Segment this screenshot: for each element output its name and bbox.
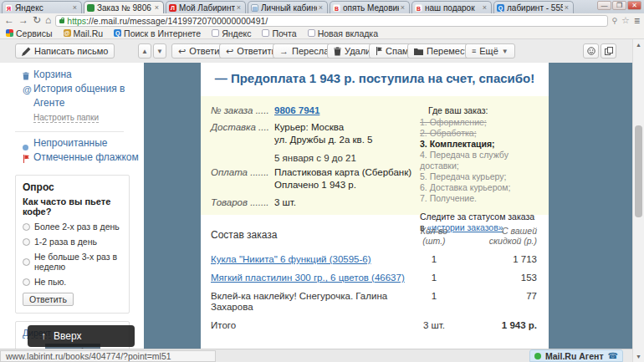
sidebar-item-trash[interactable]: Корзина: [0, 68, 139, 82]
reading-pane-button[interactable]: [601, 43, 616, 59]
delivery-time: 5 января с 9 до 21: [274, 153, 420, 163]
total-qty: 3 шт.: [405, 320, 463, 331]
sidebar-item-flagged[interactable]: Отмеченные флажком: [0, 150, 139, 165]
page-icon: [262, 29, 269, 37]
minimize-button[interactable]: —: [597, 1, 611, 10]
scroll-down-icon[interactable]: ▼: [633, 354, 644, 359]
tab-yandex[interactable]: Я Яндекс ×: [2, 1, 82, 13]
tab-order-active[interactable]: Заказ № 9806 7941 оп ×: [84, 1, 164, 13]
browser-menu-icon[interactable]: ≡: [634, 15, 640, 27]
bookmark-mailru[interactable]: @Mail.Ru: [64, 28, 104, 38]
tab-title: Яндекс: [15, 3, 71, 13]
close-button[interactable]: ✕: [627, 1, 641, 10]
back-icon[interactable]: ←: [4, 15, 14, 26]
poll-submit-button[interactable]: Ответить: [23, 293, 74, 306]
table-row: Мягкий пластилин 300 гр., 6 цветов (4663…: [211, 273, 537, 283]
scrollbar-thumb[interactable]: [635, 125, 642, 217]
tab-search[interactable]: Q лабиринт - 555 тыс. ×: [493, 1, 574, 13]
phone-icon[interactable]: ☎: [608, 351, 618, 360]
payment-value: Пластиковая карта (Сбербанк) Оплачено 1 …: [274, 166, 411, 191]
items-count-value: 3 шт.: [274, 196, 296, 209]
page-scrollbar[interactable]: ▲ ▼: [632, 39, 644, 362]
payment-label: Оплата .......: [211, 166, 274, 191]
more-button[interactable]: ≡ Ещё ▼: [465, 43, 515, 59]
delivery-value: Курьер: Москва ул. Дружбы д. 2а кв. 5: [274, 121, 372, 146]
sidebar-item-unread[interactable]: Непрочитанные: [0, 136, 139, 150]
tab-cabinet[interactable]: ▤ Личный кабинет | Хо ×: [248, 1, 328, 13]
radio-icon[interactable]: [23, 258, 30, 266]
status-step: 7. Получение.: [420, 193, 542, 204]
message-area: — Предоплата 1 943 р. поступила на счет,…: [144, 63, 632, 349]
compose-button[interactable]: Написать письмо: [15, 43, 115, 59]
order-number-label: № заказа .....: [211, 105, 274, 117]
bookmark-newtab[interactable]: Новая вкладка: [308, 28, 378, 38]
table-row: Кукла "Никита" 6 функций (30595-6) 1 1 7…: [211, 254, 537, 265]
status-step: 3. Комплектация;: [420, 139, 542, 150]
prev-message-button[interactable]: ▲: [138, 43, 151, 59]
tab-title: Заказ № 9806 7941 оп: [97, 3, 153, 13]
bookmarks-bar: Сервисы @Mail.Ru QПоиск в Интернете Янде…: [0, 28, 644, 39]
email-heading: — Предоплата 1 943 р. поступила на счет,…: [201, 71, 549, 85]
doc-favicon: ▤: [251, 4, 258, 12]
radio-icon[interactable]: [23, 278, 30, 286]
window-controls: — ❐ ✕: [597, 1, 641, 10]
mailru-agent-bar[interactable]: Mail.Ru Агент ☎: [529, 349, 623, 362]
radio-icon[interactable]: [23, 223, 30, 231]
agent-online-icon: [534, 353, 541, 359]
bookmark-pochta[interactable]: Почта: [262, 28, 296, 38]
scroll-up-icon[interactable]: ▲: [633, 42, 644, 48]
agent-avatar-button[interactable]: [583, 43, 599, 59]
poll-option[interactable]: Более 2-х раз в день: [23, 222, 122, 232]
tab-podarok[interactable]: B наш подарок ×: [411, 1, 492, 13]
key-icon[interactable]: ⚲: [612, 17, 618, 25]
forward-arrow-icon: →: [279, 47, 289, 56]
tab-title: Мой Лабиринт. Инте: [179, 3, 235, 13]
poll-option[interactable]: Не пью.: [23, 277, 122, 287]
poll-option[interactable]: Не больше 3-х раз в неделю: [23, 252, 122, 272]
agent-label: Mail.Ru Агент: [545, 351, 604, 361]
b-favicon: B: [415, 4, 422, 12]
setup-folders-link[interactable]: Настроить папки: [33, 113, 99, 123]
refresh-icon[interactable]: ↻: [33, 15, 41, 26]
maximize-button[interactable]: ❐: [612, 1, 626, 10]
red-flag-icon: [23, 153, 29, 167]
tab-title: Личный кабинет | Хо: [261, 3, 317, 13]
order-number-link[interactable]: 9806 7941: [274, 105, 319, 117]
status-step: 4. Передача в службу доставки;: [420, 150, 542, 171]
ssl-lock-icon: [59, 19, 64, 23]
reply-arrow-icon: ↩: [178, 47, 186, 56]
tab-close-icon[interactable]: ×: [235, 3, 243, 12]
tab-medovik[interactable]: B опять Медовик) ×: [330, 1, 410, 13]
tab-title: наш подарок: [425, 3, 481, 13]
apps-grid-icon: [6, 29, 13, 37]
next-message-button[interactable]: ▼: [153, 43, 166, 59]
address-bar[interactable]: https://e.mail.ru/message/14199720700000…: [55, 15, 607, 27]
tab-close-icon[interactable]: ×: [317, 3, 325, 12]
sidebar-item-agent-history[interactable]: @ История общения в Агенте: [0, 82, 139, 110]
reply-all-arrow-icon: ↩: [226, 47, 233, 56]
back-to-top-button[interactable]: ↑ Вверх: [28, 325, 135, 347]
status-step: 5. Передача курьеру;: [420, 171, 542, 182]
tab-close-icon[interactable]: ×: [71, 3, 79, 12]
panels-icon: [605, 47, 613, 55]
tab-labirint[interactable]: Л Мой Лабиринт. Инте ×: [166, 1, 246, 13]
tab-close-icon[interactable]: ×: [481, 3, 488, 12]
yandex-favicon: Я: [5, 4, 13, 12]
bookmark-yandex[interactable]: Яндекс: [212, 28, 251, 38]
tab-close-icon[interactable]: ×: [399, 3, 406, 12]
item-link[interactable]: Мягкий пластилин 300 гр., 6 цветов (4663…: [211, 273, 405, 283]
tab-close-icon[interactable]: ×: [153, 3, 161, 12]
face-icon: [587, 47, 595, 55]
tab-title: лабиринт - 555 тыс.: [507, 3, 563, 13]
delivery-label: Доставка ....: [211, 121, 274, 146]
bookmark-search[interactable]: QПоиск в Интернете: [114, 28, 201, 38]
bookmark-services[interactable]: Сервисы: [6, 28, 53, 38]
poll-option[interactable]: 1-2 раза в день: [23, 237, 122, 247]
forward-icon[interactable]: →: [18, 15, 28, 26]
status-step: 6. Доставка курьером;: [420, 182, 542, 193]
item-link[interactable]: Кукла "Никита" 6 функций (30595-6): [211, 254, 405, 265]
home-icon[interactable]: ⌂: [45, 15, 51, 26]
bookmark-star-icon[interactable]: ☆: [621, 15, 630, 26]
tab-close-icon[interactable]: ×: [563, 3, 570, 12]
radio-icon[interactable]: [23, 238, 30, 246]
